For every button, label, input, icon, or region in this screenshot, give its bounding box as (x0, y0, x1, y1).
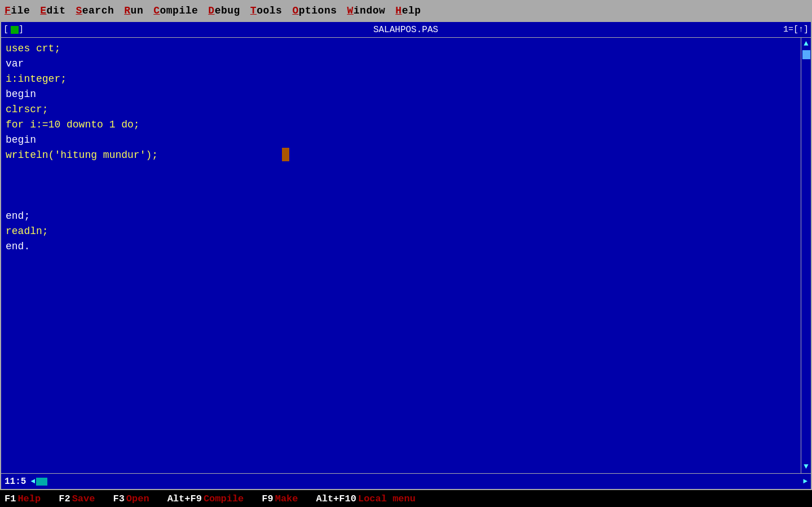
code-line-5: clrscr; (6, 102, 796, 117)
fn-f9-key: F9 (262, 493, 273, 504)
code-line-4: begin (6, 87, 796, 102)
code-line-11: end. (6, 239, 796, 254)
code-line-10: readln; (6, 224, 796, 239)
titlebar-close-bracket: ] (19, 25, 24, 34)
hscroll-thumb[interactable] (36, 478, 47, 486)
scrollbar-thumb[interactable] (802, 50, 810, 59)
fn-help-label: Help (17, 493, 41, 504)
titlebar-close-icon[interactable]: [ (3, 25, 8, 34)
titlebar-system-icon (11, 26, 19, 34)
menu-file[interactable]: File (5, 5, 30, 16)
menu-window[interactable]: Window (347, 5, 386, 16)
menubar: File Edit Search Run Compile Debug Tools… (0, 0, 812, 21)
fn-compile-label: Compile (204, 493, 244, 504)
titlebar-title: SALAHPOS.PAS (28, 25, 783, 35)
fn-compile[interactable]: Alt+F9 Compile (167, 493, 244, 504)
menu-compile[interactable]: Compile (153, 5, 198, 16)
fn-local-menu[interactable]: Alt+F10 Local menu (316, 493, 416, 504)
hscroll-right-arrow[interactable]: ► (803, 477, 807, 486)
fn-save-label: Save (72, 493, 95, 504)
menu-run[interactable]: Run (124, 5, 143, 16)
menu-debug[interactable]: Debug (208, 5, 240, 16)
status-position: 11:5 (5, 477, 26, 487)
editor-window: [ ] SALAHPOS.PAS 1=[ ↑ ] uses crt; var i… (0, 21, 812, 490)
scrollbar-track (801, 49, 811, 461)
fn-help[interactable]: F1 Help (5, 493, 41, 504)
code-line-2: var (6, 56, 796, 72)
fn-f1-key: F1 (5, 493, 16, 504)
fn-open-label: Open (126, 493, 149, 504)
code-line-7: begin (6, 133, 796, 148)
scrollbar-up-arrow[interactable]: ▲ (801, 38, 811, 49)
code-line-8: writeln('hitung mundur'); (6, 148, 796, 209)
titlebar-number-bracket: ] (804, 25, 809, 34)
menu-tools[interactable]: Tools (250, 5, 283, 16)
fn-open[interactable]: F3 Open (113, 493, 149, 504)
code-editor[interactable]: uses crt; var i:integer; begin clrscr; f… (1, 38, 801, 473)
code-line-9: end; (6, 209, 796, 224)
scrollbar-down-arrow[interactable]: ▼ (801, 461, 811, 472)
fn-make-label: Make (275, 493, 298, 504)
titlebar: [ ] SALAHPOS.PAS 1=[ ↑ ] (1, 22, 811, 38)
code-line-3: i:integer; (6, 72, 796, 87)
fn-f3-key: F3 (113, 493, 124, 504)
titlebar-number: 1=[ (783, 25, 798, 34)
fn-local-menu-label: Local menu (358, 493, 416, 504)
fn-altf9-key: Alt+F9 (167, 493, 202, 504)
hscroll-left-arrow[interactable]: ◄ (30, 477, 35, 486)
main-container: File Edit Search Run Compile Debug Tools… (0, 0, 812, 507)
menu-search[interactable]: Search (76, 5, 114, 16)
statusbar: 11:5 ◄ ► (1, 473, 811, 489)
editor-row: uses crt; var i:integer; begin clrscr; f… (1, 38, 811, 473)
function-key-bar: F1 Help F2 Save F3 Open Alt+F9 Compile F… (0, 490, 812, 507)
menu-options[interactable]: Options (292, 5, 337, 16)
code-line-6: for i:=10 downto 1 do; (6, 117, 796, 133)
menu-help[interactable]: Help (395, 5, 421, 16)
menu-edit[interactable]: Edit (40, 5, 65, 16)
fn-f2-key: F2 (59, 493, 70, 504)
titlebar-up-icon[interactable]: ↑ (798, 25, 804, 34)
fn-altf10-key: Alt+F10 (316, 493, 356, 504)
vertical-scrollbar[interactable]: ▲ ▼ (801, 38, 811, 473)
fn-save[interactable]: F2 Save (59, 493, 95, 504)
fn-make[interactable]: F9 Make (262, 493, 298, 504)
code-line-1: uses crt; (6, 41, 796, 56)
hscroll-track (36, 478, 802, 486)
text-cursor (282, 148, 289, 161)
